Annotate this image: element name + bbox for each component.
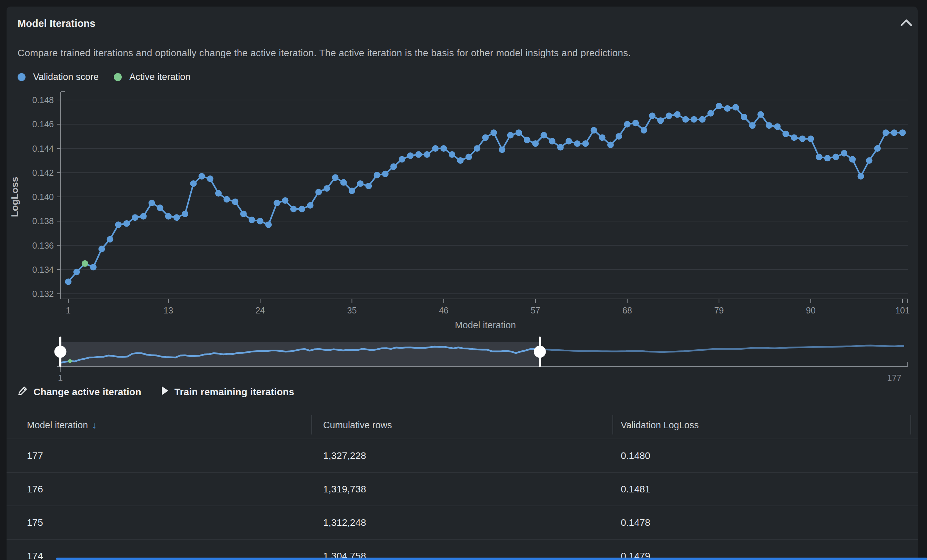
data-point[interactable] xyxy=(499,147,505,153)
data-point[interactable] xyxy=(249,217,255,223)
data-point[interactable] xyxy=(607,142,614,148)
data-point[interactable] xyxy=(407,152,413,159)
data-point[interactable] xyxy=(691,116,698,123)
data-point[interactable] xyxy=(883,129,889,136)
data-point[interactable] xyxy=(357,181,363,187)
data-point[interactable] xyxy=(783,131,789,137)
data-point[interactable] xyxy=(716,103,722,109)
data-point[interactable] xyxy=(315,189,322,195)
data-point[interactable] xyxy=(565,138,572,144)
data-point[interactable] xyxy=(282,197,288,204)
data-point[interactable] xyxy=(399,156,405,163)
data-point[interactable] xyxy=(557,144,564,151)
data-point[interactable] xyxy=(132,214,138,221)
data-point[interactable] xyxy=(724,105,731,112)
data-point[interactable] xyxy=(791,134,797,141)
table-row[interactable]: 1771,327,2280.1480 xyxy=(6,439,918,473)
data-point[interactable] xyxy=(599,134,606,141)
data-point[interactable] xyxy=(774,123,781,130)
data-point[interactable] xyxy=(424,152,430,158)
data-point[interactable] xyxy=(148,200,155,206)
table-row[interactable]: 1751,312,2480.1478 xyxy=(6,506,918,540)
data-point[interactable] xyxy=(532,140,539,147)
data-point[interactable] xyxy=(833,154,839,160)
data-point[interactable] xyxy=(257,218,263,225)
data-point[interactable] xyxy=(199,173,205,180)
data-point[interactable] xyxy=(365,183,372,189)
data-point[interactable] xyxy=(874,145,881,152)
data-point[interactable] xyxy=(106,236,113,243)
data-point[interactable] xyxy=(891,129,897,136)
data-point[interactable] xyxy=(173,214,180,221)
data-point[interactable] xyxy=(332,174,339,181)
column-header-cumulative-rows[interactable]: Cumulative rows xyxy=(323,420,392,431)
data-point[interactable] xyxy=(190,181,196,187)
data-point[interactable] xyxy=(157,205,163,211)
data-point[interactable] xyxy=(382,171,389,177)
data-point[interactable] xyxy=(140,213,147,220)
data-point[interactable] xyxy=(807,135,814,142)
data-point[interactable] xyxy=(65,278,72,285)
data-point[interactable] xyxy=(799,135,805,142)
data-point[interactable] xyxy=(391,164,397,170)
table-row[interactable]: 1761,319,7380.1481 xyxy=(6,473,918,506)
data-point[interactable] xyxy=(90,264,97,270)
data-point[interactable] xyxy=(524,137,530,143)
data-point[interactable] xyxy=(299,206,305,212)
data-point[interactable] xyxy=(632,120,639,126)
data-point[interactable] xyxy=(574,140,581,147)
data-point[interactable] xyxy=(749,122,755,129)
data-point[interactable] xyxy=(165,213,172,220)
data-point[interactable] xyxy=(858,173,864,180)
data-point[interactable] xyxy=(182,211,188,217)
data-point[interactable] xyxy=(474,145,480,152)
data-point[interactable] xyxy=(240,211,246,217)
data-point[interactable] xyxy=(766,122,772,129)
data-point[interactable] xyxy=(98,246,105,252)
data-point[interactable] xyxy=(115,222,122,228)
data-point[interactable] xyxy=(324,185,330,192)
column-header-validation-logloss[interactable]: Validation LogLoss xyxy=(621,420,699,431)
data-point[interactable] xyxy=(590,127,597,134)
data-point[interactable] xyxy=(73,269,80,275)
data-point[interactable] xyxy=(223,196,230,203)
data-point[interactable] xyxy=(682,116,689,123)
data-point[interactable] xyxy=(290,206,297,212)
table-row[interactable]: 1741,304,7580.1479 xyxy=(6,540,918,560)
data-point[interactable] xyxy=(900,129,906,136)
data-point[interactable] xyxy=(515,129,522,136)
data-point[interactable] xyxy=(540,132,547,138)
data-point[interactable] xyxy=(849,156,856,163)
data-point[interactable] xyxy=(340,179,347,185)
data-point[interactable] xyxy=(666,112,672,119)
data-point[interactable] xyxy=(491,129,497,136)
data-point[interactable] xyxy=(657,117,664,124)
data-point[interactable] xyxy=(449,152,455,158)
data-point[interactable] xyxy=(866,157,872,164)
data-point[interactable] xyxy=(457,157,464,164)
data-point[interactable] xyxy=(615,133,622,140)
data-point[interactable] xyxy=(649,112,656,119)
data-point[interactable] xyxy=(624,121,631,127)
data-point[interactable] xyxy=(582,140,589,147)
data-point[interactable] xyxy=(123,220,130,227)
data-point[interactable] xyxy=(549,138,556,144)
data-point[interactable] xyxy=(641,127,647,134)
horizontal-scrollbar[interactable] xyxy=(56,558,927,560)
data-point[interactable] xyxy=(732,104,739,111)
data-point[interactable] xyxy=(757,111,764,118)
data-point[interactable] xyxy=(507,132,514,138)
column-header-model-iteration[interactable]: Model iteration↓ xyxy=(27,420,97,431)
data-point[interactable] xyxy=(274,200,280,206)
data-point[interactable] xyxy=(441,145,447,152)
data-point[interactable] xyxy=(215,190,222,197)
data-point[interactable] xyxy=(707,110,714,117)
data-point[interactable] xyxy=(232,199,238,205)
data-point[interactable] xyxy=(816,154,822,160)
train-remaining-iterations-button[interactable]: Train remaining iterations xyxy=(161,385,295,398)
data-point[interactable] xyxy=(415,152,422,158)
data-point[interactable] xyxy=(432,145,439,152)
data-point[interactable] xyxy=(841,150,847,156)
data-point[interactable] xyxy=(265,222,272,228)
data-point[interactable] xyxy=(307,202,313,209)
